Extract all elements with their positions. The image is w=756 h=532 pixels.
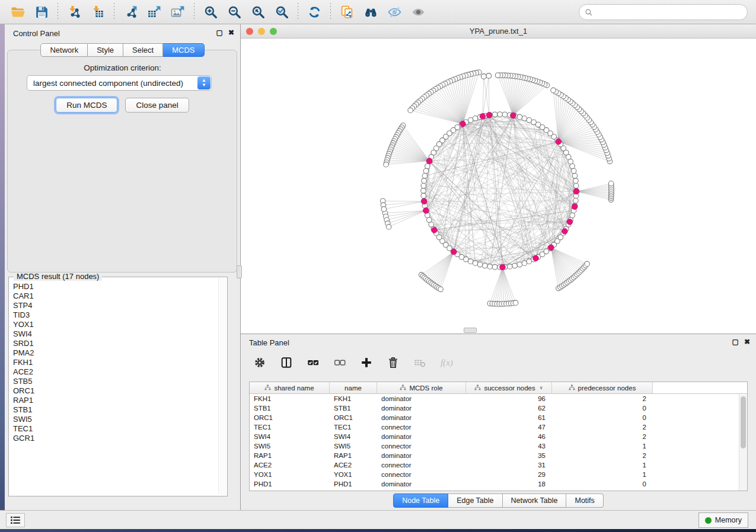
delete-row-button[interactable] xyxy=(386,355,400,370)
close-table-panel-icon[interactable]: ✖ xyxy=(744,338,750,345)
select-all-button[interactable] xyxy=(306,355,320,370)
network-node[interactable] xyxy=(570,164,575,169)
export-network-button[interactable] xyxy=(120,2,141,21)
network-leaf-node[interactable] xyxy=(486,73,492,79)
network-node[interactable] xyxy=(571,168,576,174)
network-node[interactable] xyxy=(421,193,426,198)
visibility-on-button[interactable] xyxy=(408,2,428,21)
column-header-successor-nodes[interactable]: successor nodes∨ xyxy=(466,382,552,393)
export-image-button[interactable] xyxy=(168,2,188,21)
search-input[interactable] xyxy=(593,7,747,18)
network-leaf-node[interactable] xyxy=(481,74,487,79)
zoom-fit-button[interactable] xyxy=(248,2,268,21)
control-tab-network[interactable]: Network xyxy=(40,43,88,57)
open-folder-button[interactable] xyxy=(8,2,28,21)
table-row[interactable]: SWI4SWI4dominator462 xyxy=(250,432,747,441)
mcds-hub-node[interactable] xyxy=(567,219,573,225)
network-node[interactable] xyxy=(573,178,579,184)
network-leaf-node[interactable] xyxy=(386,225,391,230)
network-node[interactable] xyxy=(492,264,497,270)
network-node[interactable] xyxy=(522,116,527,121)
network-node[interactable] xyxy=(517,262,522,267)
table-row[interactable]: STB1STB1dominator620 xyxy=(250,403,747,413)
run-mcds-button[interactable]: Run MCDS xyxy=(56,98,117,113)
deselect-all-button[interactable] xyxy=(333,355,347,370)
memory-button[interactable]: Memory xyxy=(698,512,748,528)
mcds-hub-node[interactable] xyxy=(426,158,432,164)
mcds-hub-node[interactable] xyxy=(511,113,516,118)
table-row[interactable]: FKH1FKH1dominator962 xyxy=(250,394,747,403)
table-scrollbar-thumb[interactable] xyxy=(741,396,746,448)
network-node[interactable] xyxy=(421,188,426,194)
clone-network-button[interactable] xyxy=(337,2,357,21)
mcds-result-item[interactable]: ORC1 xyxy=(13,386,218,396)
network-leaf-node[interactable] xyxy=(513,300,518,306)
network-node[interactable] xyxy=(425,164,430,169)
network-canvas[interactable] xyxy=(241,39,756,334)
network-leaf-node[interactable] xyxy=(585,261,590,267)
task-history-button[interactable] xyxy=(6,513,25,527)
mcds-hub-node[interactable] xyxy=(460,121,466,127)
float-panel-icon[interactable]: ▢ xyxy=(216,29,223,36)
zoom-selected-button[interactable] xyxy=(272,2,292,21)
mcds-result-list[interactable]: PHD1CAR1STP4TID3YOX1SWI4SRD1PMA2FKH1ACE2… xyxy=(9,279,218,495)
mcds-hub-node[interactable] xyxy=(562,229,568,235)
refresh-button[interactable] xyxy=(304,2,324,21)
network-leaf-node[interactable] xyxy=(381,207,387,212)
search-field[interactable] xyxy=(579,4,748,20)
mcds-hub-node[interactable] xyxy=(421,198,427,204)
table-row[interactable]: SWI5SWI5connector431 xyxy=(250,441,747,451)
export-table-button[interactable] xyxy=(144,2,164,21)
save-session-button[interactable] xyxy=(31,2,52,21)
network-node[interactable] xyxy=(497,112,503,117)
mcds-hub-node[interactable] xyxy=(432,227,438,233)
control-tab-mcds[interactable]: MCDS xyxy=(163,43,204,57)
column-header-shared-name[interactable]: shared name xyxy=(250,382,330,393)
criterion-select[interactable]: largest connected component (undirected)… xyxy=(27,75,212,91)
mcds-hub-node[interactable] xyxy=(486,112,492,118)
network-node[interactable] xyxy=(483,263,488,268)
network-node[interactable] xyxy=(512,263,518,268)
mcds-result-item[interactable]: GCR1 xyxy=(13,434,218,443)
table-row[interactable]: YOX1YOX1connector291 xyxy=(250,470,747,479)
mcds-result-item[interactable]: SWI5 xyxy=(13,415,218,424)
column-header-name[interactable]: name xyxy=(330,382,377,393)
mcds-hub-node[interactable] xyxy=(500,264,506,270)
float-table-panel-icon[interactable]: ▢ xyxy=(732,338,739,345)
network-leaf-node[interactable] xyxy=(408,108,413,113)
network-node[interactable] xyxy=(423,168,429,174)
mcds-hub-node[interactable] xyxy=(451,249,457,255)
columns-button[interactable] xyxy=(279,355,294,370)
network-window-titlebar[interactable]: YPA_prune.txt_1 xyxy=(241,24,756,39)
import-table-button[interactable] xyxy=(88,2,108,21)
network-node[interactable] xyxy=(522,261,527,266)
network-node[interactable] xyxy=(422,174,428,179)
mcds-result-item[interactable]: CAR1 xyxy=(13,291,218,301)
network-leaf-node[interactable] xyxy=(384,162,389,167)
table-row[interactable]: TEC1TEC1connector472 xyxy=(250,422,747,432)
mcds-result-item[interactable]: PHD1 xyxy=(13,282,218,291)
network-node[interactable] xyxy=(508,264,513,270)
mcds-result-item[interactable]: PMA2 xyxy=(13,348,218,358)
network-leaf-node[interactable] xyxy=(495,73,500,78)
network-leaf-node[interactable] xyxy=(551,88,556,93)
table-tab-motifs[interactable]: Motifs xyxy=(566,493,603,508)
mcds-result-item[interactable]: STP4 xyxy=(13,301,218,310)
table-tab-edge-table[interactable]: Edge Table xyxy=(448,493,502,508)
close-panel-icon[interactable]: ✖ xyxy=(228,29,234,36)
network-node[interactable] xyxy=(572,174,578,179)
zoom-in-button[interactable] xyxy=(200,2,221,21)
network-node[interactable] xyxy=(468,259,473,264)
mcds-hub-node[interactable] xyxy=(480,114,486,120)
table-scrollbar[interactable] xyxy=(739,395,747,491)
column-header-MCDS-role[interactable]: MCDS role xyxy=(377,382,466,393)
network-node[interactable] xyxy=(487,264,493,270)
table-row[interactable]: ACE2ACE2connector311 xyxy=(250,460,747,470)
mcds-result-item[interactable]: RAP1 xyxy=(13,396,218,405)
horizontal-splitter-handle[interactable] xyxy=(464,328,477,333)
network-node[interactable] xyxy=(502,112,508,117)
table-row[interactable]: RAP1RAP1dominator352 xyxy=(250,451,747,460)
vertical-splitter-handle[interactable] xyxy=(237,265,242,278)
table-tab-node-table[interactable]: Node Table xyxy=(393,493,448,508)
mcds-result-item[interactable]: TID3 xyxy=(13,310,218,320)
